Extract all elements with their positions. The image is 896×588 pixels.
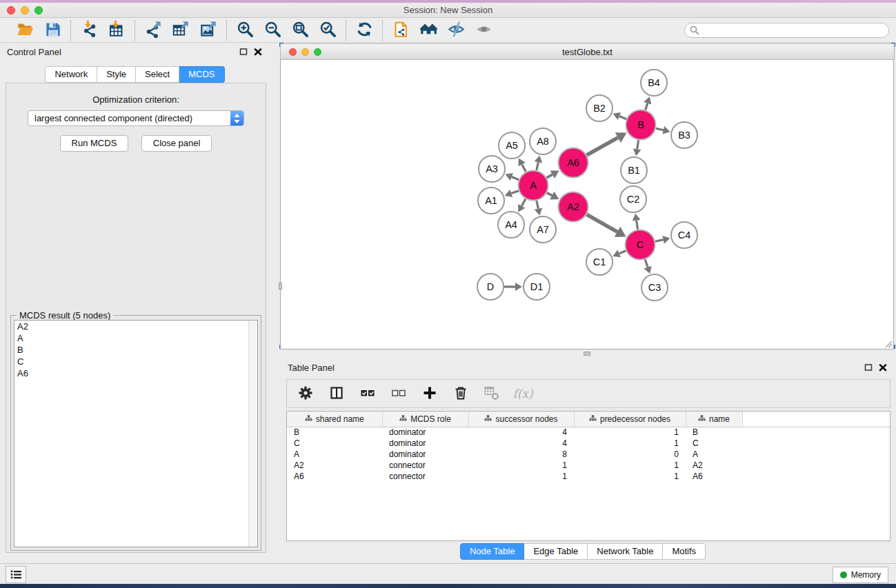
import-network-button[interactable]: [77, 20, 101, 41]
show-all-button[interactable]: [472, 20, 495, 41]
open-session-button[interactable]: [13, 20, 37, 41]
table-cell[interactable]: connector: [382, 460, 468, 471]
run-mcds-button[interactable]: Run MCDS: [60, 135, 129, 152]
graph-edge-B-B3[interactable]: [656, 128, 664, 130]
zoom-fit-button[interactable]: [288, 20, 312, 41]
table-row[interactable]: A2connector11A2: [287, 460, 890, 471]
export-image-button[interactable]: [197, 20, 220, 41]
column-header-successor-nodes[interactable]: successor nodes: [468, 412, 574, 427]
table-cell[interactable]: 1: [468, 460, 574, 471]
graph-edge-C-C4[interactable]: [655, 240, 664, 242]
function-builder-button[interactable]: f(x): [514, 384, 532, 403]
table-row[interactable]: Bdominator41B: [287, 427, 890, 438]
table-cell[interactable]: A: [686, 449, 742, 460]
table-cell[interactable]: 8: [468, 449, 574, 460]
table-cell[interactable]: A2: [686, 460, 742, 471]
table-row[interactable]: Cdominator41C: [287, 438, 890, 449]
first-neighbors-button[interactable]: [417, 20, 440, 41]
delete-table-button[interactable]: [483, 384, 501, 403]
zoom-in-button[interactable]: [233, 20, 257, 41]
memory-button[interactable]: Memory: [833, 567, 888, 583]
float-panel-icon[interactable]: [864, 363, 873, 372]
tab-network[interactable]: Network: [45, 66, 97, 83]
column-header-shared-name[interactable]: shared name: [287, 412, 382, 427]
network-window-titlebar[interactable]: testGlobe.txt: [280, 43, 895, 60]
float-panel-icon[interactable]: [239, 47, 248, 57]
new-network-from-selection-button[interactable]: [389, 20, 412, 41]
close-panel-icon[interactable]: [878, 363, 888, 372]
graph-edge-C-C1[interactable]: [619, 251, 626, 254]
graph-edge-A-A8[interactable]: [537, 162, 539, 170]
graph-edge-B-B1[interactable]: [637, 140, 639, 149]
mcds-result-item[interactable]: A6: [14, 367, 257, 379]
tab-edge-table[interactable]: Edge Table: [524, 543, 588, 560]
mcds-result-item[interactable]: A: [14, 332, 257, 344]
table-row[interactable]: A6connector11A6: [287, 471, 890, 482]
network-graph[interactable]: B4B2BB3A8A5A6A3B1AA1C2A2A4A7C4CC1C3DD1: [281, 60, 894, 348]
save-session-button[interactable]: [41, 20, 64, 41]
export-table-button[interactable]: [169, 20, 192, 41]
graph-edge-A-A4[interactable]: [521, 199, 526, 206]
table-cell[interactable]: 1: [574, 427, 686, 438]
column-header-MCDS-role[interactable]: MCDS role: [382, 412, 468, 427]
table-cell[interactable]: A6: [686, 471, 742, 482]
zoom-out-button[interactable]: [261, 20, 284, 41]
export-network-button[interactable]: [141, 20, 165, 41]
splitter-handle[interactable]: [584, 352, 590, 356]
select-all-button[interactable]: [359, 384, 377, 403]
table-settings-button[interactable]: [297, 384, 315, 403]
table-cell[interactable]: 4: [468, 427, 574, 438]
table-cell[interactable]: 1: [574, 471, 686, 482]
table-cell[interactable]: A2: [287, 460, 382, 471]
graph-edge-C-C2[interactable]: [637, 221, 638, 230]
table-cell[interactable]: 1: [574, 460, 686, 471]
deselect-all-button[interactable]: [390, 384, 408, 403]
tab-motifs[interactable]: Motifs: [663, 543, 706, 560]
graph-edge-C-C3[interactable]: [645, 259, 648, 267]
hide-selected-button[interactable]: [444, 20, 468, 41]
table-cell[interactable]: C: [686, 438, 742, 449]
graph-edge-A-A7[interactable]: [537, 201, 539, 209]
close-panel-button[interactable]: Close panel: [141, 135, 212, 152]
tab-select[interactable]: Select: [136, 66, 179, 83]
tab-mcds[interactable]: MCDS: [179, 66, 224, 83]
tab-style[interactable]: Style: [97, 66, 136, 83]
table-cell[interactable]: B: [287, 427, 382, 438]
criterion-dropdown[interactable]: largest connected component (directed): [28, 110, 244, 126]
graph-edge-A2-C[interactable]: [587, 214, 617, 232]
splitter-handle[interactable]: [279, 283, 282, 290]
table-cell[interactable]: B: [686, 427, 742, 438]
delete-column-button[interactable]: [452, 384, 470, 403]
import-table-button[interactable]: [105, 20, 128, 41]
zoom-selected-button[interactable]: [316, 20, 339, 41]
table-cell[interactable]: dominator: [382, 427, 468, 438]
tab-network-table[interactable]: Network Table: [588, 543, 663, 560]
graph-edge-B-B2[interactable]: [619, 116, 626, 119]
network-canvas[interactable]: B4B2BB3A8A5A6A3B1AA1C2A2A4A7C4CC1C3DD1: [280, 60, 894, 349]
choose-columns-button[interactable]: [328, 384, 346, 403]
table-row[interactable]: Adominator80A: [287, 449, 890, 460]
column-header-name[interactable]: name: [686, 412, 742, 427]
graph-edge-A6-B[interactable]: [587, 138, 618, 155]
column-header-predecessor-nodes[interactable]: predecessor nodes: [574, 412, 686, 427]
close-panel-icon[interactable]: [253, 47, 263, 57]
table-cell[interactable]: A: [287, 449, 382, 460]
table-cell[interactable]: dominator: [382, 449, 468, 460]
search-input[interactable]: [684, 23, 889, 38]
graph-edge-A-A3[interactable]: [512, 177, 519, 180]
table-cell[interactable]: A6: [287, 471, 382, 482]
mcds-result-item[interactable]: B: [14, 344, 257, 356]
resize-grip-icon[interactable]: [883, 338, 893, 348]
refresh-button[interactable]: [352, 20, 376, 41]
graph-edge-A-A5[interactable]: [522, 164, 526, 172]
graph-edge-B-B4[interactable]: [646, 103, 648, 110]
table-cell[interactable]: C: [287, 438, 382, 449]
create-column-button[interactable]: [421, 384, 439, 403]
table-cell[interactable]: connector: [382, 471, 468, 482]
table-cell[interactable]: dominator: [382, 438, 468, 449]
mcds-result-item[interactable]: C: [14, 356, 257, 367]
graph-edge-A-A6[interactable]: [547, 174, 552, 178]
table-cell[interactable]: 0: [574, 449, 686, 460]
show-panels-list-button[interactable]: [6, 566, 26, 583]
scrollbar-track[interactable]: [248, 321, 257, 547]
